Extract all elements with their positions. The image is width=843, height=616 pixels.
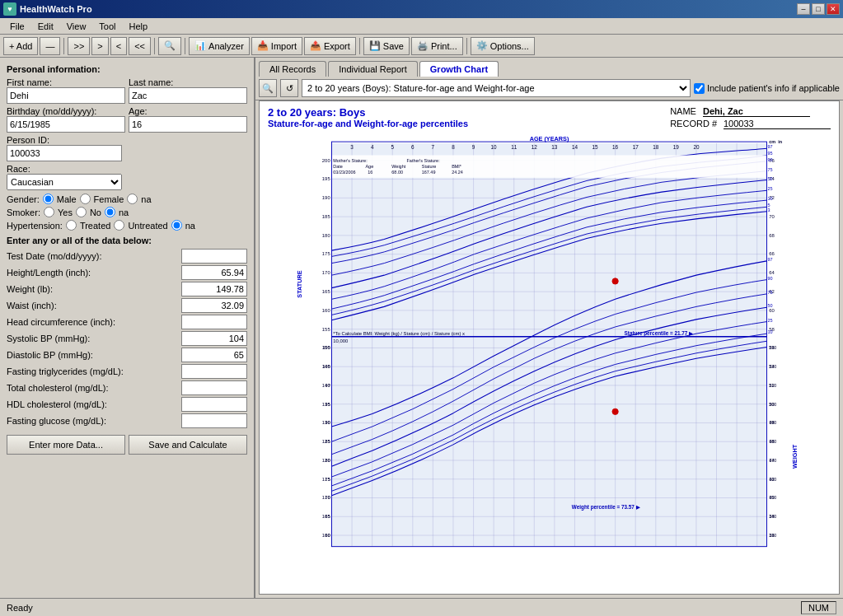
svg-text:97: 97 [325, 383, 330, 388]
save-button[interactable]: 💾 Save [363, 37, 410, 55]
gender-male-radio[interactable] [43, 194, 54, 204]
first-name-input[interactable] [7, 87, 125, 104]
systolic-label: Systolic BP (mmHg): [7, 334, 181, 343]
toolbar-separator-1 [63, 38, 64, 54]
glucose-input[interactable] [181, 413, 247, 428]
hypertension-untreated-option[interactable]: Untreated [114, 220, 167, 231]
next-button[interactable]: > [91, 37, 108, 55]
person-id-input[interactable] [7, 145, 122, 161]
menu-tool[interactable]: Tool [92, 20, 122, 33]
export-button[interactable]: 📤 Export [304, 37, 356, 55]
menu-bar: File Edit View Tool Help [0, 18, 843, 35]
total-cholesterol-input[interactable] [181, 380, 247, 395]
svg-text:190: 190 [322, 195, 331, 200]
menu-help[interactable]: Help [123, 20, 155, 33]
prev-button[interactable]: < [110, 37, 127, 55]
chart-patient-info: NAME Dehi, Zac RECORD # 100033 [670, 106, 831, 129]
tab-all-records[interactable]: All Records [259, 61, 326, 77]
smoker-row: Smoker: Yes No na [7, 207, 247, 217]
table-header-weight: Weight [391, 164, 405, 169]
print-button[interactable]: 🖨️ Print... [411, 37, 463, 55]
minimize-button[interactable]: – [797, 3, 810, 15]
head-circ-input[interactable] [181, 315, 247, 329]
svg-text:12: 12 [532, 144, 538, 150]
hypertension-na-radio[interactable] [171, 220, 182, 231]
analyzer-button[interactable]: 📊 Analyzer [189, 37, 250, 55]
include-patient-checkbox[interactable] [694, 83, 705, 94]
svg-text:64: 64 [769, 270, 775, 275]
smoker-na-radio[interactable] [105, 207, 115, 217]
svg-text:68: 68 [769, 233, 775, 238]
hypertension-na-option[interactable]: na [171, 220, 195, 231]
stature-25-label: 25 [767, 186, 772, 191]
smoker-no-radio[interactable] [76, 207, 87, 217]
age-input[interactable] [129, 116, 247, 133]
menu-edit[interactable]: Edit [31, 20, 60, 33]
smoker-no-option[interactable]: No [76, 207, 101, 217]
include-patient-label: Include patient's info if applicable [707, 83, 840, 93]
import-button[interactable]: 📥 Import [251, 37, 302, 55]
menu-view[interactable]: View [60, 20, 93, 33]
weight-right-labels: 230 220 210 200 190 180 170 160 150 140 … [769, 345, 776, 538]
search-button[interactable]: 🔍 [158, 37, 181, 55]
close-button[interactable]: ✕ [827, 3, 840, 15]
height-input[interactable] [181, 265, 247, 280]
triglycerides-input[interactable] [181, 364, 247, 379]
race-label: Race: [7, 164, 247, 174]
weight-50-label: 50 [767, 303, 772, 308]
options-button[interactable]: ⚙️ Options... [471, 37, 535, 55]
birthday-input[interactable] [7, 116, 125, 133]
smoker-na-option[interactable]: na [105, 207, 129, 217]
stature-percentile-label: Stature percentile = 21.77 ▶ [625, 330, 694, 337]
age-section: Age: [129, 106, 247, 133]
fathers-stature-label: Father's Stature: [407, 158, 441, 163]
gender-na-option[interactable]: na [127, 194, 151, 204]
waist-input[interactable] [181, 298, 247, 313]
last-name-input[interactable] [129, 87, 247, 104]
gender-na-radio[interactable] [127, 194, 138, 204]
svg-text:180: 180 [769, 439, 776, 444]
race-select[interactable]: Caucasian African American Hispanic Asia… [7, 174, 122, 190]
gender-female-option[interactable]: Female [80, 194, 124, 204]
save-calculate-button[interactable]: Save and Calculate [129, 435, 247, 455]
gender-female-radio[interactable] [80, 194, 91, 204]
test-date-input[interactable] [181, 249, 247, 264]
include-patient-checkbox-label[interactable]: Include patient's info if applicable [694, 83, 840, 94]
enter-more-data-button[interactable]: Enter more Data... [7, 435, 125, 455]
systolic-input[interactable] [181, 331, 247, 346]
hypertension-untreated-radio[interactable] [114, 220, 124, 231]
gender-male-option[interactable]: Male [43, 194, 77, 204]
weight-row: Weight (lb): [7, 282, 247, 296]
chart-type-select[interactable]: 2 to 20 years (Boys): Stature-for-age an… [302, 79, 691, 97]
zoom-out-button[interactable]: ↺ [280, 79, 298, 97]
stature-75-label: 75 [767, 167, 772, 172]
maximize-button[interactable]: □ [812, 3, 825, 15]
smoker-yes-radio[interactable] [44, 207, 54, 217]
race-section: Race: Caucasian African American Hispani… [7, 164, 247, 190]
bmi-value: 10,000 [333, 338, 349, 343]
add-button[interactable]: + Add [3, 37, 38, 55]
diastolic-input[interactable] [181, 348, 247, 362]
rewind-button[interactable]: << [129, 37, 151, 55]
zoom-in-button[interactable]: 🔍 [259, 79, 277, 97]
svg-text:11: 11 [511, 144, 518, 150]
hdl-input[interactable] [181, 397, 247, 412]
test-date-row: Test Date (mo/dd/yyyy): [7, 249, 247, 264]
hdl-label: HDL cholesterol (mg/dL): [7, 399, 181, 409]
remove-button[interactable]: — [40, 37, 60, 55]
tab-individual-report[interactable]: Individual Report [328, 61, 418, 77]
tab-growth-chart[interactable]: Growth Chart [419, 61, 499, 77]
waist-row: Waist (inch): [7, 298, 247, 313]
smoker-yes-option[interactable]: Yes [44, 207, 73, 217]
growth-chart-svg: AGE (YEARS) 3 4 5 6 7 8 9 10 11 12 13 14… [260, 134, 839, 569]
weight-input[interactable] [181, 282, 247, 296]
svg-text:150: 150 [769, 495, 776, 500]
hypertension-treated-option[interactable]: Treated [66, 220, 111, 231]
cm-label: cm [769, 139, 775, 144]
diastolic-row: Diastolic BP (mmHg): [7, 348, 247, 362]
hypertension-row: Hypertension: Treated Untreated na [7, 220, 247, 231]
hypertension-untreated-label: Untreated [128, 221, 167, 231]
fast-forward-button[interactable]: >> [68, 37, 90, 55]
hypertension-treated-radio[interactable] [66, 220, 77, 231]
menu-file[interactable]: File [3, 20, 31, 33]
